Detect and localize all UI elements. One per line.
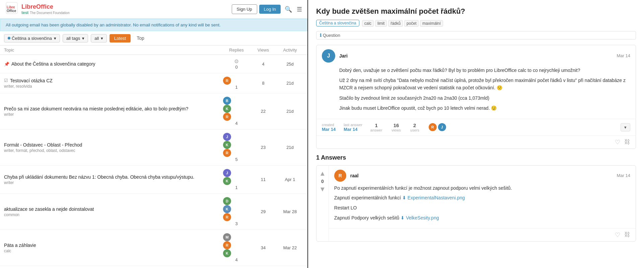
answers-heading: 1 Answers [316,154,636,161]
th-topic: Topic [4,48,223,53]
avatar: D [223,197,231,205]
post-users-stat: 2 users [410,122,419,132]
download-icon: ⬇ [401,215,405,220]
logo-libre-text: LibreOffice [21,3,53,10]
info-icon: ℹ [320,33,321,38]
topic-cell-title: 📌About the Čeština a slovenčina category [4,61,223,67]
answer-share-button[interactable]: ⛓ [624,231,630,239]
topic-cell-views: 23 [250,145,277,150]
topic-cell-views: 34 [250,245,277,250]
topic-cell-title: Prečo sa mi zase dokument neotvára na mi… [4,106,223,117]
topic-cell-activity: Apr 1 [277,177,303,182]
category-filter-chevron: ▾ [54,36,56,41]
topic-cell-views: 29 [250,209,277,214]
logo-test-text: test [21,10,28,15]
topic-cell-views: 11 [250,177,277,182]
main-post: J Jari Mar 14 Dobrý den, uvažuje se o zv… [316,45,636,149]
users-label: users [410,128,419,132]
topic-cell-replies: R 1 [223,77,250,90]
expand-post-button[interactable]: ▾ [621,123,630,131]
topic-cell-views: 22 [250,109,277,114]
replies-count-cell: 4 [223,257,250,262]
like-button[interactable]: ♡ [615,139,620,146]
menu-icon[interactable]: ☰ [297,6,302,13]
avatar: R [223,241,231,249]
tag-badge[interactable]: počet [404,20,419,27]
tag-badge[interactable]: limit [375,20,387,27]
topic-title[interactable]: aktualizace se zasekla a nejde doinstalo… [4,206,223,212]
topic-cell-activity: 21d [277,81,303,86]
topic-title[interactable]: Chyba při ukládání dokumentu Bez názvu 1… [4,174,223,180]
topic-title[interactable]: Prečo sa mi zase dokument neotvára na mi… [4,106,223,111]
topic-cell-title: Chyba při ukládání dokumentu Bez názvu 1… [4,174,223,185]
answer-step: Restart LO [334,204,630,212]
answer-date: Mar 14 [617,173,630,178]
post-created: created Mar 14 [322,123,336,132]
tags-filter-label: all tags [66,36,80,41]
latest-button[interactable]: Latest [110,34,131,42]
pin-icon: 📌 [4,62,9,67]
last-answer-label: last answer [344,123,362,127]
question-category-badge[interactable]: Čeština a slovenčina [316,20,359,26]
answer-vote: ▲ 0 ▼ [316,166,329,241]
topic-cell-activity: 21d [277,145,303,150]
tag-badge[interactable]: řádků [388,20,403,27]
post-body-paragraph: Už 2 dny na mě svítí chyba "Data nebylo … [339,77,630,92]
answer-inner: ▲ 0 ▼ R raal Mar 14 Po zapnutí experimen… [316,166,636,241]
tags-filter-chevron: ▾ [82,36,84,41]
avatar: B [223,97,231,105]
topic-title[interactable]: Päta a záhlavie [4,243,223,248]
answer-body-area: R raal Mar 14 Po zapnutí experimentálníc… [329,166,636,241]
share-button[interactable]: ⛓ [624,139,630,146]
created-date: Mar 14 [322,127,336,132]
topic-title[interactable]: ☑Testovací otázka CZ [4,78,223,83]
login-button[interactable]: Log In [259,5,281,14]
post-date: Mar 14 [617,53,630,58]
search-icon[interactable]: 🔍 [285,6,292,13]
all-filter[interactable]: all ▾ [91,34,107,42]
tags-filter[interactable]: all tags ▾ [63,34,88,42]
signup-button[interactable]: Sign Up [232,4,257,14]
topics-list: 📌About the Čeština a slovenčina category… [0,55,307,266]
topic-title[interactable]: 📌About the Čeština a slovenčina category [4,61,223,67]
replies-count-cell: 3 [223,221,250,226]
replies-label: answer [370,128,382,132]
vote-up-button[interactable]: ▲ [319,170,326,177]
download-link[interactable]: ExperimentalNastaveni.png [408,194,465,202]
vote-down-button[interactable]: ▼ [319,185,326,193]
all-filter-label: all [94,36,99,41]
post-author-avatar: J [322,49,335,63]
topic-title[interactable]: Formát - Odstavec - Oblast - Přechod [4,142,223,148]
post-replies-stat: 1 answer [370,122,382,132]
right-panel: Kdy bude zvětšen maximální počet řádků? … [308,0,644,268]
views-label: views [391,128,401,132]
post-header: J Jari Mar 14 [316,45,636,65]
logo-area: Libre Office LibreOffice test The Docume… [5,2,70,17]
download-link[interactable]: VelkeSesity.png [406,214,439,222]
answer-body: Po zapnutí experimentálních funkcí je mo… [329,183,636,228]
avatar: M [223,233,231,241]
category-filter[interactable]: Čeština a slovenčina ▾ [4,34,60,42]
avatar: R [223,77,231,85]
post-body: Dobrý den, uvažuje se o zvětšení počtu m… [316,65,636,119]
topic-tags: writer [4,180,223,185]
logo-icon: Libre Office [5,2,18,17]
post-body-paragraph: Stačilo by zvednout limit ze současných … [339,94,630,102]
all-filter-chevron: ▾ [101,36,103,41]
topic-cell-replies: JKR 5 [223,133,250,162]
header: Libre Office LibreOffice test The Docume… [0,0,307,19]
tag-badge[interactable]: calc [362,20,374,27]
answer-author-name: raal [350,173,359,178]
answer-step: Zapnutí Podpory velkých sešitů ⬇ VelkeSe… [334,214,630,222]
topic-cell-replies: ⚙ 0 [223,58,250,70]
topic-cell-title: Päta a záhlavie calc [4,243,223,253]
th-activity: Activity [277,48,303,53]
checkbox-icon: ☑ [4,78,8,83]
top-button[interactable]: Top [133,34,148,42]
topic-cell-views: 8 [250,81,277,86]
topic-cell-title: aktualizace se zasekla a nejde doinstalo… [4,206,223,217]
answer-like-button[interactable]: ♡ [615,231,620,239]
tag-badge[interactable]: maximální [420,20,443,27]
table-row: aktualizace se zasekla a nejde doinstalo… [0,194,307,230]
topic-cell-title: ☑Testovací otázka CZ writer, resolvida [4,78,223,89]
